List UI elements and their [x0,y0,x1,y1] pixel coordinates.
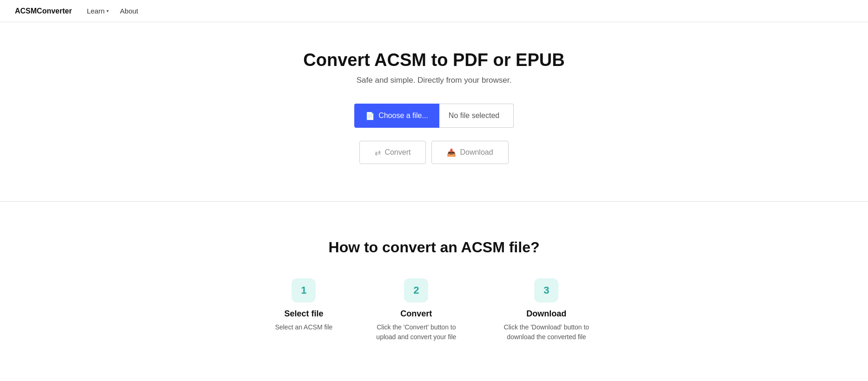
nav-about-label: About [120,7,138,15]
download-button[interactable]: 📥 Download [431,141,508,164]
convert-icon: ⇄ [375,148,381,157]
nav-about[interactable]: About [120,7,138,15]
choose-file-label: Choose a file... [378,112,428,120]
download-icon: 📥 [447,148,456,157]
nav-learn[interactable]: Learn ▾ [87,7,109,15]
hero-subtitle: Safe and simple. Directly from your brow… [9,76,859,85]
step-2-description: Click the 'Convert' button to upload and… [370,322,463,342]
step-1-number: 1 [292,278,316,302]
convert-label: Convert [384,148,411,157]
download-label: Download [460,148,493,157]
navbar: ACSMConverter Learn ▾ About [0,0,868,22]
action-buttons: ⇄ Convert 📥 Download [9,141,859,164]
hero-title: Convert ACSM to PDF or EPUB [9,50,859,70]
file-input-area: 📄 Choose a file... No file selected [9,104,859,128]
nav-brand[interactable]: ACSMConverter [15,7,72,15]
step-2-number: 2 [404,278,428,302]
how-to-title: How to convert an ACSM file? [9,239,859,256]
step-1-description: Select an ACSM file [275,322,333,332]
convert-button[interactable]: ⇄ Convert [359,141,426,164]
step-3-title: Download [526,309,566,319]
step-3-number: 3 [534,278,558,302]
file-icon: 📄 [365,112,375,120]
step-2: 2 Convert Click the 'Convert' button to … [370,278,463,342]
nav-learn-label: Learn [87,7,105,15]
steps-row: 1 Select file Select an ACSM file 2 Conv… [9,278,859,342]
hero-section: Convert ACSM to PDF or EPUB Safe and sim… [0,22,868,201]
chevron-down-icon: ▾ [106,8,109,13]
choose-file-button[interactable]: 📄 Choose a file... [354,104,439,128]
step-1: 1 Select file Select an ACSM file [275,278,333,332]
step-2-title: Convert [400,309,432,319]
how-to-section: How to convert an ACSM file? 1 Select fi… [0,202,868,370]
step-1-title: Select file [284,309,323,319]
step-3-description: Click the 'Download' button to download … [500,322,593,342]
no-file-label: No file selected [439,104,514,128]
step-3: 3 Download Click the 'Download' button t… [500,278,593,342]
